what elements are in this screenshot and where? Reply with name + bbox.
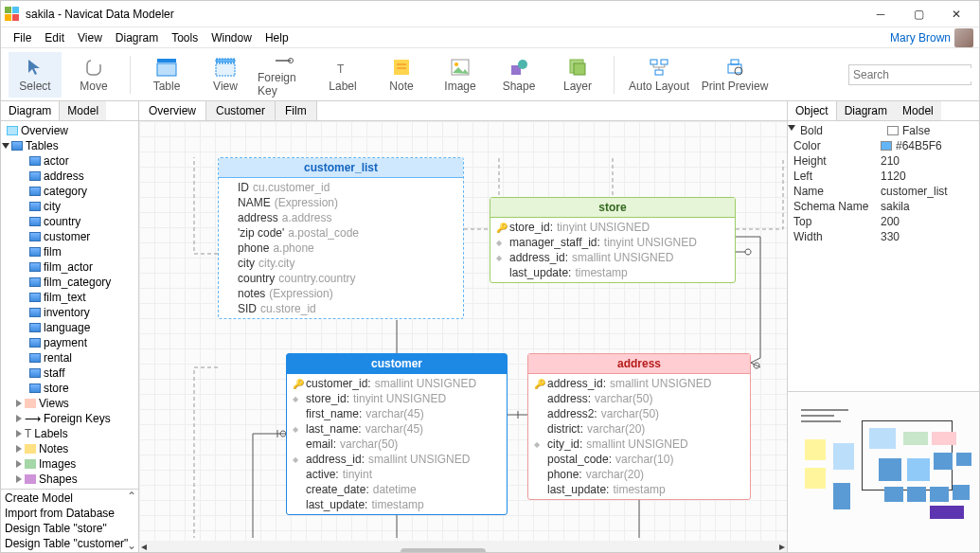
prop-expand-row[interactable]: BoldFalse bbox=[788, 123, 979, 138]
diagram-tab-customer[interactable]: Customer bbox=[206, 101, 276, 120]
field-row[interactable]: ◆city_id: smallint UNSIGNED bbox=[534, 437, 744, 452]
tree-notes[interactable]: Notes bbox=[3, 441, 136, 456]
tree-images[interactable]: Images bbox=[3, 456, 136, 472]
field-row[interactable]: last_update: timestamp bbox=[496, 265, 729, 280]
field-row[interactable]: notes (Expression) bbox=[224, 286, 457, 301]
tree-table-inventory[interactable]: inventory bbox=[3, 305, 136, 320]
prop-name[interactable]: Namecustomer_list bbox=[788, 184, 979, 199]
field-row[interactable]: first_name: varchar(45) bbox=[293, 406, 501, 421]
left-tab-diagram[interactable]: Diagram bbox=[1, 101, 60, 120]
menu-edit[interactable]: Edit bbox=[38, 29, 71, 46]
entity-address[interactable]: address 🔑address_id: smallint UNSIGNEDad… bbox=[527, 353, 751, 500]
tree-labels[interactable]: TLabels bbox=[3, 426, 136, 441]
scroll-right-icon[interactable]: ▸ bbox=[777, 540, 787, 552]
tool-label[interactable]: TLabel bbox=[316, 52, 369, 98]
menu-help[interactable]: Help bbox=[258, 29, 295, 46]
tree-table-language[interactable]: language bbox=[3, 320, 136, 335]
tool-table[interactable]: Table bbox=[140, 52, 193, 98]
tree-table-address[interactable]: address bbox=[3, 169, 136, 184]
tree-table-film_text[interactable]: film_text bbox=[3, 290, 136, 305]
tool-shape[interactable]: Shape bbox=[492, 52, 545, 98]
field-row[interactable]: address a.address bbox=[224, 210, 457, 225]
maximize-button[interactable]: ▢ bbox=[900, 1, 937, 27]
field-row[interactable]: last_update: timestamp bbox=[293, 497, 501, 512]
tree-tables[interactable]: Tables bbox=[3, 138, 136, 153]
tool-move[interactable]: Move bbox=[67, 52, 120, 98]
tool-preview[interactable]: Print Preview bbox=[700, 52, 770, 98]
user-avatar[interactable] bbox=[954, 28, 973, 47]
field-row[interactable]: 'zip code' a.postal_code bbox=[224, 225, 457, 241]
tree-overview[interactable]: Overview bbox=[3, 123, 136, 138]
tree-table-rental[interactable]: rental bbox=[3, 350, 136, 366]
entity-customer-list[interactable]: customer_list ID cu.customer_idNAME (Exp… bbox=[218, 157, 464, 319]
task-item[interactable]: Design Table "customer" bbox=[5, 536, 134, 551]
tree-table-store[interactable]: store bbox=[3, 381, 136, 396]
field-row[interactable]: NAME (Expression) bbox=[224, 195, 457, 210]
field-row[interactable]: country country.country bbox=[224, 271, 457, 286]
tool-layer[interactable]: Layer bbox=[551, 52, 604, 98]
minimap[interactable] bbox=[788, 391, 979, 552]
tool-fk[interactable]: Foreign Key bbox=[258, 52, 311, 98]
field-row[interactable]: 🔑address_id: smallint UNSIGNED bbox=[534, 376, 744, 391]
field-row[interactable]: create_date: datetime bbox=[293, 482, 501, 497]
entity-customer[interactable]: customer 🔑customer_id: smallint UNSIGNED… bbox=[286, 353, 508, 515]
field-row[interactable]: 🔑customer_id: smallint UNSIGNED bbox=[293, 376, 501, 391]
tree-table-actor[interactable]: actor bbox=[3, 153, 136, 169]
user-name[interactable]: Mary Brown bbox=[883, 29, 951, 46]
right-tab-diagram[interactable]: Diagram bbox=[837, 101, 895, 120]
menu-diagram[interactable]: Diagram bbox=[109, 29, 165, 46]
entity-store[interactable]: store 🔑store_id: tinyint UNSIGNED◆manage… bbox=[490, 197, 736, 283]
tree-table-customer[interactable]: customer bbox=[3, 229, 136, 244]
field-row[interactable]: ◆manager_staff_id: tinyint UNSIGNED bbox=[496, 235, 729, 250]
diagram-tab-overview[interactable]: Overview bbox=[139, 101, 206, 120]
diagram-tree[interactable]: Overview Tables actoraddresscategorycity… bbox=[1, 121, 138, 489]
field-row[interactable]: phone a.phone bbox=[224, 241, 457, 256]
field-row[interactable]: postal_code: varchar(10) bbox=[534, 452, 744, 467]
tree-table-city[interactable]: city bbox=[3, 199, 136, 214]
tree-table-country[interactable]: country bbox=[3, 214, 136, 229]
prop-width[interactable]: Width330 bbox=[788, 229, 979, 244]
tree-table-staff[interactable]: staff bbox=[3, 366, 136, 381]
tree-table-film[interactable]: film bbox=[3, 244, 136, 259]
tree-table-film_category[interactable]: film_category bbox=[3, 275, 136, 290]
field-row[interactable]: address2: varchar(50) bbox=[534, 406, 744, 421]
tool-auto[interactable]: Auto Layout bbox=[624, 52, 694, 98]
left-tab-model[interactable]: Model bbox=[60, 101, 106, 120]
tree-table-film_actor[interactable]: film_actor bbox=[3, 259, 136, 275]
task-item[interactable]: Create Model bbox=[5, 491, 134, 506]
right-tab-model[interactable]: Model bbox=[895, 101, 941, 120]
tree-shapes[interactable]: Shapes bbox=[3, 472, 136, 487]
scrollbar-thumb[interactable] bbox=[401, 548, 486, 552]
property-grid[interactable]: BoldFalse Color#64B5F6Height210Left1120N… bbox=[788, 121, 979, 246]
task-item[interactable]: Design Table "store" bbox=[5, 521, 134, 536]
task-item[interactable]: Import from Database bbox=[5, 506, 134, 521]
field-row[interactable]: active: tinyint bbox=[293, 467, 501, 482]
scroll-left-icon[interactable]: ◂ bbox=[139, 540, 149, 552]
close-button[interactable]: ✕ bbox=[937, 1, 975, 27]
tool-select[interactable]: Select bbox=[9, 52, 62, 98]
tree-table-category[interactable]: category bbox=[3, 184, 136, 199]
field-row[interactable]: address: varchar(50) bbox=[534, 391, 744, 406]
menu-window[interactable]: Window bbox=[205, 29, 258, 46]
prop-left[interactable]: Left1120 bbox=[788, 169, 979, 184]
field-row[interactable]: email: varchar(50) bbox=[293, 437, 501, 452]
field-row[interactable]: ID cu.customer_id bbox=[224, 180, 457, 195]
prop-top[interactable]: Top200 bbox=[788, 214, 979, 229]
prop-schema-name[interactable]: Schema Namesakila bbox=[788, 199, 979, 214]
tool-view[interactable]: View bbox=[199, 52, 252, 98]
search-box[interactable]: 🔍 bbox=[848, 64, 971, 85]
field-row[interactable]: ◆address_id: smallint UNSIGNED bbox=[496, 250, 729, 265]
field-row[interactable]: ◆last_name: varchar(45) bbox=[293, 421, 501, 437]
tool-note[interactable]: Note bbox=[375, 52, 428, 98]
prop-color[interactable]: Color#64B5F6 bbox=[788, 138, 979, 153]
scroll-up[interactable]: ⌃ bbox=[127, 490, 136, 503]
horizontal-scrollbar[interactable]: ◂ ▸ bbox=[139, 541, 787, 552]
field-row[interactable]: district: varchar(20) bbox=[534, 421, 744, 437]
prop-height[interactable]: Height210 bbox=[788, 153, 979, 169]
field-row[interactable]: last_update: timestamp bbox=[534, 482, 744, 497]
right-tab-object[interactable]: Object bbox=[788, 101, 837, 120]
menu-file[interactable]: File bbox=[7, 29, 38, 46]
scroll-down[interactable]: ⌄ bbox=[127, 539, 136, 552]
field-row[interactable]: SID cu.store_id bbox=[224, 301, 457, 316]
menu-tools[interactable]: Tools bbox=[165, 29, 205, 46]
